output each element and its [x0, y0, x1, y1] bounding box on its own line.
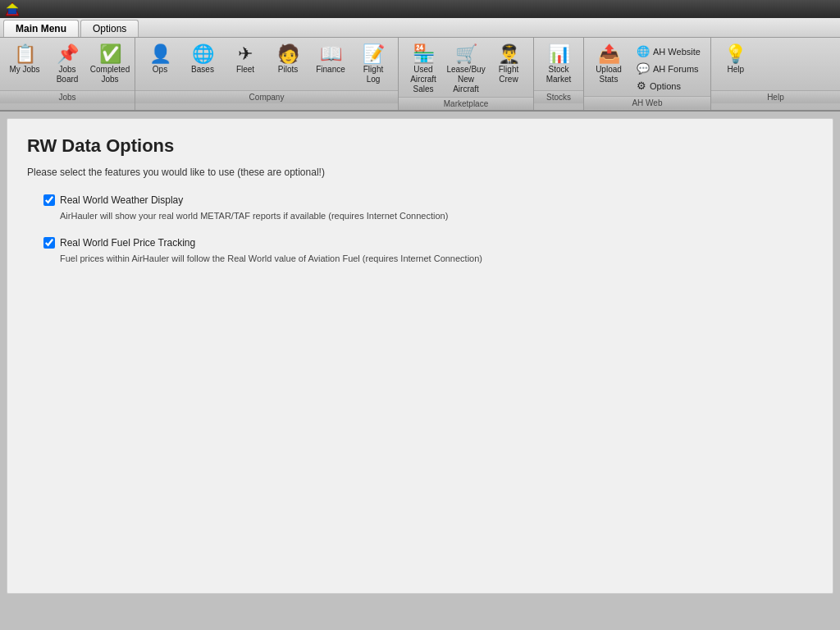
upload-stats-icon: 📤 — [598, 45, 620, 63]
flight-crew-icon: 👨‍✈️ — [498, 45, 520, 63]
stock-market-icon: 📊 — [548, 45, 570, 63]
toolbar-group-company: 👤 Ops 🌐 Bases ✈ Fleet 🧑 Pilots 📖 Finance… — [135, 38, 399, 110]
stocks-group-label: Stocks — [534, 90, 583, 103]
toolbar-btn-stock-market[interactable]: 📊 StockMarket — [537, 41, 580, 90]
ops-icon: 👤 — [149, 45, 171, 63]
toolbar-group-ah-web: 📤 UploadStats 🌐 AH Website 💬 AH Forums ⚙… — [584, 38, 711, 110]
toolbar-btn-finance[interactable]: 📖 Finance — [309, 41, 352, 90]
toolbar-group-stocks: 📊 StockMarket Stocks — [534, 38, 584, 110]
toolbar-btn-lease-buy[interactable]: 🛒 Lease/BuyNew Aircraft — [445, 41, 487, 97]
toolbar-group-marketplace: 🏪 Used AircraftSales 🛒 Lease/BuyNew Airc… — [399, 38, 534, 110]
toolbar-btn-flight-log[interactable]: 📝 FlightLog — [352, 41, 395, 90]
toolbar-btn-jobs-board[interactable]: 📌 JobsBoard — [46, 41, 89, 90]
bases-icon: 🌐 — [192, 45, 214, 63]
jobs-board-icon: 📌 — [57, 45, 79, 63]
ah-web-group-label: AH Web — [584, 96, 710, 109]
title-bar — [0, 0, 840, 18]
toolbar-btn-completed-jobs[interactable]: ✅ CompletedJobs — [89, 41, 131, 90]
fleet-icon: ✈ — [238, 45, 253, 63]
rw-fuel-label: Real World Fuel Price Tracking — [60, 237, 195, 249]
completed-jobs-icon: ✅ — [99, 45, 121, 63]
toolbar-btn-ops[interactable]: 👤 Ops — [139, 41, 181, 90]
company-group-label: Company — [135, 90, 398, 103]
rw-weather-desc: AirHauler will show your real world META… — [60, 211, 813, 221]
toolbar-group-help: 💡 Help Help — [711, 38, 840, 110]
jobs-group-label: Jobs — [0, 90, 135, 103]
rw-weather-checkbox[interactable] — [43, 194, 55, 206]
rw-weather-label: Real World Weather Display — [60, 194, 183, 206]
rw-fuel-desc: Fuel prices within AirHauler will follow… — [60, 253, 813, 263]
flight-log-icon: 📝 — [363, 45, 385, 63]
option-group-rw-fuel: Real World Fuel Price Tracking Fuel pric… — [43, 237, 813, 263]
help-icon: 💡 — [724, 45, 746, 63]
toolbar-btn-ah-forums[interactable]: 💬 AH Forums — [635, 62, 702, 75]
used-aircraft-icon: 🏪 — [413, 45, 435, 63]
toolbar-btn-ah-website[interactable]: 🌐 AH Website — [635, 44, 702, 58]
toolbar-btn-pilots[interactable]: 🧑 Pilots — [267, 41, 309, 90]
svg-marker-2 — [7, 3, 18, 8]
option-group-rw-weather: Real World Weather Display AirHauler wil… — [43, 194, 813, 221]
page-subtitle: Please select the features you would lik… — [27, 167, 813, 178]
toolbar-btn-fleet[interactable]: ✈ Fleet — [224, 41, 267, 90]
menu-bar: Main Menu Options — [0, 18, 840, 38]
toolbar-btn-used-aircraft[interactable]: 🏪 Used AircraftSales — [402, 41, 445, 97]
toolbar-group-jobs: 📋 My Jobs 📌 JobsBoard ✅ CompletedJobs Jo… — [0, 38, 135, 110]
main-content: RW Data Options Please select the featur… — [7, 118, 833, 594]
ah-options-icon: ⚙ — [637, 80, 646, 92]
tab-main-menu[interactable]: Main Menu — [3, 20, 79, 37]
svg-rect-1 — [8, 8, 16, 14]
ah-forums-icon: 💬 — [637, 62, 650, 75]
marketplace-group-label: Marketplace — [399, 97, 533, 110]
toolbar-btn-upload-stats[interactable]: 📤 UploadStats — [587, 41, 630, 96]
toolbar-btn-help[interactable]: 💡 Help — [714, 41, 757, 90]
toolbar: 📋 My Jobs 📌 JobsBoard ✅ CompletedJobs Jo… — [0, 38, 840, 112]
toolbar-btn-bases[interactable]: 🌐 Bases — [181, 41, 224, 90]
lease-buy-icon: 🛒 — [455, 45, 477, 63]
app-logo — [5, 2, 20, 16]
my-jobs-icon: 📋 — [14, 45, 36, 63]
toolbar-btn-flight-crew[interactable]: 👨‍✈️ FlightCrew — [487, 41, 530, 97]
tab-options[interactable]: Options — [80, 20, 139, 37]
ah-website-icon: 🌐 — [637, 45, 650, 57]
finance-icon: 📖 — [320, 45, 342, 63]
toolbar-btn-my-jobs[interactable]: 📋 My Jobs — [3, 41, 46, 90]
rw-fuel-checkbox[interactable] — [43, 237, 55, 249]
toolbar-btn-ah-options[interactable]: ⚙ Options — [635, 79, 702, 93]
page-title: RW Data Options — [27, 135, 813, 157]
pilots-icon: 🧑 — [277, 45, 299, 63]
help-group-label: Help — [711, 90, 840, 103]
